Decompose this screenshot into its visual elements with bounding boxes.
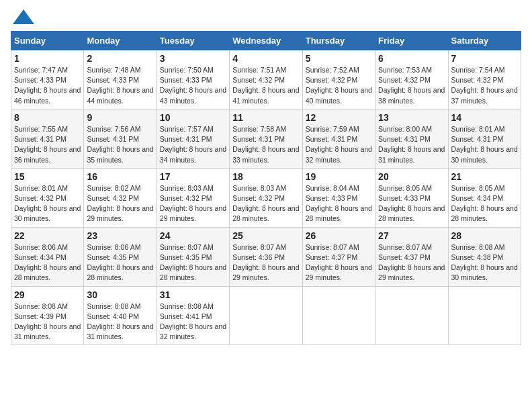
day-number: 3	[160, 53, 226, 64]
day-info: Sunrise: 7:47 AM Sunset: 4:33 PM Dayligh…	[14, 65, 81, 106]
day-info: Sunrise: 7:56 AM Sunset: 4:31 PM Dayligh…	[87, 124, 153, 165]
day-number: 27	[378, 230, 445, 241]
day-info: Sunrise: 7:50 AM Sunset: 4:33 PM Dayligh…	[160, 65, 226, 106]
day-number: 23	[87, 230, 153, 241]
day-info: Sunrise: 8:05 AM Sunset: 4:33 PM Dayligh…	[378, 183, 445, 224]
calendar-cell: 15 Sunrise: 8:01 AM Sunset: 4:32 PM Dayl…	[11, 168, 84, 227]
calendar-week-row: 8 Sunrise: 7:55 AM Sunset: 4:31 PM Dayli…	[11, 109, 521, 168]
day-info: Sunrise: 8:07 AM Sunset: 4:37 PM Dayligh…	[306, 242, 372, 283]
day-info: Sunrise: 8:06 AM Sunset: 4:34 PM Dayligh…	[14, 242, 81, 283]
calendar-cell	[448, 286, 521, 345]
day-number: 8	[14, 112, 81, 123]
day-number: 15	[14, 171, 81, 182]
day-info: Sunrise: 7:57 AM Sunset: 4:31 PM Dayligh…	[160, 124, 226, 165]
day-number: 21	[451, 171, 518, 182]
day-number: 9	[87, 112, 153, 123]
day-number: 17	[160, 171, 226, 182]
day-number: 13	[378, 112, 445, 123]
day-info: Sunrise: 7:58 AM Sunset: 4:31 PM Dayligh…	[232, 124, 299, 165]
day-info: Sunrise: 7:55 AM Sunset: 4:31 PM Dayligh…	[14, 124, 81, 165]
day-info: Sunrise: 8:01 AM Sunset: 4:32 PM Dayligh…	[14, 183, 81, 224]
calendar-cell: 25 Sunrise: 8:07 AM Sunset: 4:36 PM Dayl…	[230, 227, 302, 286]
calendar-table: SundayMondayTuesdayWednesdayThursdayFrid…	[11, 31, 521, 345]
calendar-cell: 12 Sunrise: 7:59 AM Sunset: 4:31 PM Dayl…	[302, 109, 375, 168]
day-info: Sunrise: 8:08 AM Sunset: 4:39 PM Dayligh…	[14, 302, 81, 342]
calendar-cell: 21 Sunrise: 8:05 AM Sunset: 4:34 PM Dayl…	[448, 168, 521, 227]
day-info: Sunrise: 8:06 AM Sunset: 4:35 PM Dayligh…	[87, 242, 153, 283]
day-number: 1	[14, 53, 81, 64]
day-info: Sunrise: 7:54 AM Sunset: 4:32 PM Dayligh…	[451, 65, 518, 106]
day-info: Sunrise: 8:07 AM Sunset: 4:37 PM Dayligh…	[378, 242, 445, 283]
calendar-week-row: 15 Sunrise: 8:01 AM Sunset: 4:32 PM Dayl…	[11, 168, 521, 227]
day-number: 26	[306, 230, 372, 241]
calendar-cell: 9 Sunrise: 7:56 AM Sunset: 4:31 PM Dayli…	[84, 109, 157, 168]
day-number: 24	[160, 230, 226, 241]
calendar-cell: 23 Sunrise: 8:06 AM Sunset: 4:35 PM Dayl…	[84, 227, 157, 286]
day-number: 18	[232, 171, 299, 182]
calendar-cell: 20 Sunrise: 8:05 AM Sunset: 4:33 PM Dayl…	[375, 168, 448, 227]
calendar-cell	[230, 286, 302, 345]
calendar-cell: 14 Sunrise: 8:01 AM Sunset: 4:31 PM Dayl…	[448, 109, 521, 168]
calendar-cell: 22 Sunrise: 8:06 AM Sunset: 4:34 PM Dayl…	[11, 227, 84, 286]
calendar-cell: 18 Sunrise: 8:03 AM Sunset: 4:32 PM Dayl…	[230, 168, 302, 227]
day-info: Sunrise: 7:53 AM Sunset: 4:32 PM Dayligh…	[378, 65, 445, 106]
day-number: 2	[87, 53, 153, 64]
calendar-header-row: SundayMondayTuesdayWednesdayThursdayFrid…	[11, 32, 521, 50]
calendar-cell: 11 Sunrise: 7:58 AM Sunset: 4:31 PM Dayl…	[230, 109, 302, 168]
calendar-cell: 26 Sunrise: 8:07 AM Sunset: 4:37 PM Dayl…	[302, 227, 375, 286]
day-number: 20	[378, 171, 445, 182]
day-number: 14	[451, 112, 518, 123]
day-number: 28	[451, 230, 518, 241]
day-info: Sunrise: 7:48 AM Sunset: 4:33 PM Dayligh…	[87, 65, 153, 106]
day-number: 31	[160, 289, 226, 300]
calendar-cell: 6 Sunrise: 7:53 AM Sunset: 4:32 PM Dayli…	[375, 50, 448, 109]
calendar-cell: 7 Sunrise: 7:54 AM Sunset: 4:32 PM Dayli…	[448, 50, 521, 109]
calendar-week-row: 22 Sunrise: 8:06 AM Sunset: 4:34 PM Dayl…	[11, 227, 521, 286]
page-header	[11, 11, 521, 24]
day-number: 11	[232, 112, 299, 123]
calendar-week-row: 1 Sunrise: 7:47 AM Sunset: 4:33 PM Dayli…	[11, 50, 521, 109]
day-header-thursday: Thursday	[302, 32, 375, 50]
day-number: 29	[14, 289, 81, 300]
day-header-tuesday: Tuesday	[157, 32, 229, 50]
day-number: 5	[306, 53, 372, 64]
day-info: Sunrise: 8:08 AM Sunset: 4:41 PM Dayligh…	[160, 302, 226, 342]
day-header-friday: Friday	[375, 32, 448, 50]
calendar-cell: 30 Sunrise: 8:08 AM Sunset: 4:40 PM Dayl…	[84, 286, 157, 345]
day-info: Sunrise: 7:51 AM Sunset: 4:32 PM Dayligh…	[232, 65, 299, 106]
day-number: 12	[306, 112, 372, 123]
calendar-cell	[302, 286, 375, 345]
logo	[11, 11, 34, 24]
logo-flag-icon	[13, 9, 34, 24]
day-number: 25	[232, 230, 299, 241]
day-info: Sunrise: 8:01 AM Sunset: 4:31 PM Dayligh…	[451, 124, 518, 165]
day-number: 16	[87, 171, 153, 182]
day-info: Sunrise: 8:03 AM Sunset: 4:32 PM Dayligh…	[160, 183, 226, 224]
calendar-cell: 5 Sunrise: 7:52 AM Sunset: 4:32 PM Dayli…	[302, 50, 375, 109]
day-number: 22	[14, 230, 81, 241]
calendar-cell: 1 Sunrise: 7:47 AM Sunset: 4:33 PM Dayli…	[11, 50, 84, 109]
calendar-cell: 16 Sunrise: 8:02 AM Sunset: 4:32 PM Dayl…	[84, 168, 157, 227]
day-info: Sunrise: 8:00 AM Sunset: 4:31 PM Dayligh…	[378, 124, 445, 165]
calendar-week-row: 29 Sunrise: 8:08 AM Sunset: 4:39 PM Dayl…	[11, 286, 521, 345]
day-header-sunday: Sunday	[11, 32, 84, 50]
day-number: 30	[87, 289, 153, 300]
day-number: 19	[306, 171, 372, 182]
calendar-cell: 31 Sunrise: 8:08 AM Sunset: 4:41 PM Dayl…	[157, 286, 229, 345]
day-info: Sunrise: 7:52 AM Sunset: 4:32 PM Dayligh…	[306, 65, 372, 106]
calendar-cell: 2 Sunrise: 7:48 AM Sunset: 4:33 PM Dayli…	[84, 50, 157, 109]
day-info: Sunrise: 8:07 AM Sunset: 4:35 PM Dayligh…	[160, 242, 226, 283]
calendar-cell: 4 Sunrise: 7:51 AM Sunset: 4:32 PM Dayli…	[230, 50, 302, 109]
calendar-cell: 13 Sunrise: 8:00 AM Sunset: 4:31 PM Dayl…	[375, 109, 448, 168]
day-number: 7	[451, 53, 518, 64]
day-number: 6	[378, 53, 445, 64]
calendar-cell	[375, 286, 448, 345]
day-header-saturday: Saturday	[448, 32, 521, 50]
calendar-cell: 28 Sunrise: 8:08 AM Sunset: 4:38 PM Dayl…	[448, 227, 521, 286]
day-number: 4	[232, 53, 299, 64]
svg-marker-0	[13, 9, 34, 24]
calendar-cell: 19 Sunrise: 8:04 AM Sunset: 4:33 PM Dayl…	[302, 168, 375, 227]
day-info: Sunrise: 7:59 AM Sunset: 4:31 PM Dayligh…	[306, 124, 372, 165]
calendar-cell: 29 Sunrise: 8:08 AM Sunset: 4:39 PM Dayl…	[11, 286, 84, 345]
calendar-cell: 24 Sunrise: 8:07 AM Sunset: 4:35 PM Dayl…	[157, 227, 229, 286]
